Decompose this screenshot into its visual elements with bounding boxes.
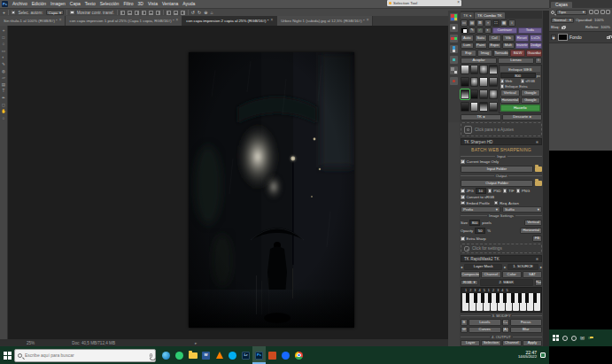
type-tool[interactable]: T	[3, 89, 5, 94]
tk-satu-button[interactable]: Satu	[475, 35, 488, 42]
srgb-checkbox[interactable]: ✓	[521, 79, 525, 83]
tk-tab-combo[interactable]: TK Combo TK	[475, 12, 505, 19]
jpg-quality-field[interactable]: 10	[476, 188, 486, 194]
tk-sharpen-panel-header[interactable]: TK Sharpen HD ≡	[461, 138, 542, 145]
web-size-field[interactable]: 800	[500, 73, 536, 78]
taskbar-chrome[interactable]	[292, 346, 306, 364]
hand-tool[interactable]: ✋	[1, 110, 6, 114]
source-channel-button[interactable]: Channel	[481, 271, 500, 278]
layer-mask-selector[interactable]: Layer Mask	[464, 264, 502, 271]
info-icon[interactable]: i	[508, 19, 515, 27]
close-icon[interactable]: ×	[176, 19, 179, 23]
modify-b-button[interactable]: B	[461, 319, 468, 326]
folder-icon[interactable]	[535, 181, 542, 186]
opacity-value[interactable]: 100%	[594, 18, 604, 22]
tk-exp-button[interactable]: Exp	[461, 50, 476, 57]
tk-toda-button[interactable]: Toda	[518, 27, 543, 35]
taskbar-word[interactable]: W	[199, 346, 213, 364]
align-left-icon[interactable]	[120, 11, 125, 15]
output-apply-button[interactable]: Apply	[523, 340, 542, 347]
start-button[interactable]	[553, 335, 559, 341]
modify-c-button[interactable]: C+	[502, 319, 509, 326]
click-for-settings[interactable]: Click for settings	[461, 244, 542, 253]
align-right-icon[interactable]	[135, 11, 139, 15]
align-middle-icon[interactable]	[149, 11, 153, 15]
menu-3d[interactable]: 3D	[138, 2, 143, 6]
taskbar-vlc[interactable]	[213, 346, 226, 364]
task-view-icon[interactable]	[571, 336, 577, 341]
modify-a-button[interactable]: (A)	[502, 327, 509, 334]
gradient-tool[interactable]: ▤	[2, 83, 5, 88]
menu-edicion[interactable]: Edición	[32, 2, 46, 6]
mask-thumbnail[interactable]	[479, 65, 488, 74]
duplicate-icon[interactable]: ⊞	[476, 19, 484, 27]
floating-selection-tool-window[interactable]: Selection Tool ×	[387, 0, 461, 6]
web-google-button[interactable]: Google	[521, 89, 540, 97]
tk-invertir-button[interactable]: Invertir	[515, 43, 529, 50]
lock-all-icon[interactable]	[562, 27, 565, 29]
layer-thumbnail[interactable]	[558, 34, 568, 41]
menu-archivo[interactable]: Archivo	[12, 2, 27, 6]
convert-srgb-checkbox[interactable]: ✓	[461, 195, 465, 199]
vertical-button[interactable]: Vertical	[524, 220, 542, 227]
filter-adjustment-icon[interactable]	[594, 10, 599, 14]
zone-key[interactable]	[513, 293, 519, 311]
align-top-icon[interactable]	[142, 11, 146, 15]
tk-tab-small[interactable]: TK ◂	[461, 12, 474, 19]
folder-icon[interactable]	[535, 167, 542, 172]
tk-dodge-button[interactable]: Dodge	[530, 43, 543, 50]
tk-panel-icon[interactable]	[450, 66, 458, 74]
brush-icon[interactable]: ✎	[469, 27, 476, 35]
tk-panel-icon[interactable]	[450, 45, 458, 53]
zone-key[interactable]	[491, 293, 497, 311]
delete-icon[interactable]: ×	[484, 19, 492, 27]
rotate-3d-icon[interactable]: ↺	[191, 11, 195, 15]
zone-key[interactable]	[520, 293, 526, 311]
mask-thumbnail[interactable]	[461, 65, 469, 74]
tab-capas[interactable]: Capas	[551, 2, 572, 8]
filter-pixel-icon[interactable]	[589, 10, 593, 14]
mask-thumbnail-selected[interactable]	[461, 89, 469, 99]
tk-contraer-button[interactable]: Contraer	[492, 27, 517, 35]
tk-guardar-button[interactable]: Guardar	[526, 50, 542, 57]
align-bottom-icon[interactable]	[156, 11, 160, 15]
visibility-eye-icon[interactable]: ◉	[551, 35, 556, 40]
zone-key[interactable]	[534, 293, 540, 311]
source-composite-button[interactable]: Composite	[461, 271, 480, 278]
menu-ayuda[interactable]: Ayuda	[182, 2, 195, 6]
auto-select-checkbox[interactable]: ✓	[12, 11, 16, 15]
tk-panel-icon[interactable]	[450, 35, 458, 43]
req-action-checkbox[interactable]	[494, 201, 499, 205]
fullscreen-icon[interactable]: ⛶	[492, 19, 500, 27]
tk-panel-icon[interactable]	[450, 24, 458, 32]
layer-row-fondo[interactable]: ◉ Fondo	[549, 31, 612, 43]
eyedropper-tool[interactable]: ◐	[3, 56, 5, 60]
mask-thumbnail[interactable]	[489, 102, 498, 112]
mask-thumbnail[interactable]	[470, 77, 479, 87]
mask-thumbnail[interactable]	[479, 89, 488, 99]
prefix-dropdown[interactable]: Prefix▾	[461, 206, 500, 213]
focus-button[interactable]: Focus	[510, 319, 543, 326]
pen-tool[interactable]: ✒	[2, 97, 5, 101]
foreground-background-swatch[interactable]	[461, 27, 468, 35]
web-horizontal-button[interactable]: Horizontal	[500, 97, 520, 105]
tif-checkbox[interactable]	[503, 189, 507, 193]
filter-type-dropdown[interactable]: Tipo▾	[556, 10, 588, 16]
zone-key[interactable]	[462, 293, 469, 311]
menu-filtro[interactable]: Filtro	[123, 2, 133, 6]
extra-sharp-checkbox[interactable]: ✓	[461, 236, 465, 241]
dodge-icon[interactable]: ◐	[484, 27, 492, 35]
lasso-tool[interactable]: ○	[3, 43, 5, 47]
web-google2-button[interactable]: Google	[521, 97, 540, 105]
tk-lum-button[interactable]: Lum	[461, 43, 474, 50]
mail-icon[interactable]: ✉	[580, 336, 585, 341]
eraser-tool[interactable]: ▱	[2, 76, 5, 81]
notification-center-icon[interactable]	[540, 352, 546, 358]
document-tab-4[interactable]: Urbex Night 1 (subida).jpg al 12,5% (RGB…	[277, 16, 373, 26]
tk-panel-icon[interactable]	[450, 77, 458, 85]
zoom-tool[interactable]: ○	[3, 117, 5, 121]
menu-vista[interactable]: Vista	[148, 2, 158, 6]
mask-thumbnail[interactable]	[470, 102, 479, 112]
filter-shape-icon[interactable]	[606, 10, 610, 14]
color-panel-icon[interactable]	[450, 13, 458, 21]
